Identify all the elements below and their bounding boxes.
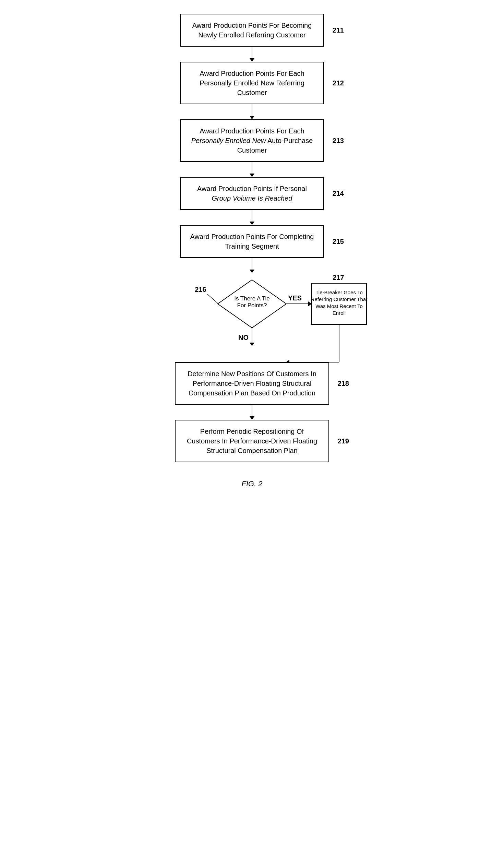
svg-text:216: 216: [195, 286, 206, 293]
box-214-text: Award Production Points If Personal Grou…: [197, 185, 307, 202]
flowchart: Award Production Points For Becoming New…: [132, 14, 372, 488]
arrow-212-213: [250, 104, 254, 119]
box-219-num: 219: [338, 436, 349, 446]
box-211: Award Production Points For Becoming New…: [180, 14, 324, 47]
box-218-text: Determine New Positions Of Customers In …: [188, 370, 316, 397]
box-215-num: 215: [333, 237, 344, 246]
box-211-text: Award Production Points For Becoming New…: [192, 22, 312, 39]
svg-text:Tie-Breaker Goes To: Tie-Breaker Goes To: [315, 289, 363, 295]
svg-text:Is There A Tie: Is There A Tie: [234, 295, 270, 302]
svg-text:Referring Customer That: Referring Customer That: [311, 296, 368, 302]
box-218-num: 218: [338, 379, 349, 388]
svg-text:For Points?: For Points?: [237, 302, 267, 309]
box-211-num: 211: [333, 25, 344, 35]
arrow-213-214: [250, 162, 254, 177]
box-213-text: Award Production Points For Each Persona…: [191, 127, 313, 154]
arrow-215-diamond: [250, 258, 254, 273]
box-213: Award Production Points For Each Persona…: [180, 119, 324, 162]
svg-text:YES: YES: [288, 294, 302, 302]
svg-text:217: 217: [333, 274, 344, 281]
box-215-text: Award Production Points For Completing T…: [190, 233, 314, 250]
arrow-211-212: [250, 47, 254, 62]
diagram-container: Award Production Points For Becoming New…: [132, 14, 372, 488]
box-214-num: 214: [333, 189, 344, 198]
box-212-num: 212: [333, 78, 344, 88]
box-212-text: Award Production Points For Each Persona…: [200, 70, 304, 96]
svg-text:Was Most Recent To: Was Most Recent To: [315, 303, 363, 309]
box-213-num: 213: [333, 136, 344, 145]
arrow-218-219: [250, 405, 254, 420]
svg-marker-5: [250, 343, 254, 346]
box-219: Perform Periodic Repositioning Of Custom…: [175, 420, 329, 462]
box-212: Award Production Points For Each Persona…: [180, 62, 324, 104]
svg-text:Enroll: Enroll: [333, 310, 346, 316]
box-218: Determine New Positions Of Customers In …: [175, 362, 329, 405]
arrow-214-215: [250, 210, 254, 225]
svg-marker-8: [308, 301, 312, 306]
svg-text:NO: NO: [238, 334, 249, 341]
figure-label: FIG. 2: [241, 479, 262, 488]
box-219-text: Perform Periodic Repositioning Of Custom…: [187, 428, 317, 454]
box-214: Award Production Points If Personal Grou…: [180, 177, 324, 210]
box-215: Award Production Points For Completing T…: [180, 225, 324, 258]
